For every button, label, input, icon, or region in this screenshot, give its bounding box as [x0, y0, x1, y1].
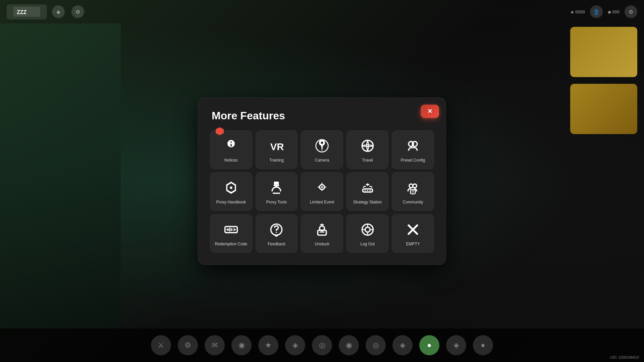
grid-item-notices[interactable]: Notices [210, 130, 252, 169]
notices-label: Notices [224, 158, 238, 163]
feedback-icon [268, 221, 285, 238]
svg-point-14 [364, 190, 366, 191]
feedback-label: Feedback [268, 242, 285, 247]
notices-icon [222, 137, 240, 155]
proxy-handbook-label: Proxy Handbook [216, 200, 246, 205]
travel-label: Travel [362, 158, 373, 163]
log-out-label: Log Out [360, 242, 375, 247]
limited-event-label: Limited Event [310, 200, 334, 205]
training-icon: VR· [268, 137, 285, 155]
camera-label: Camera [315, 158, 329, 163]
grid-item-community[interactable]: Community [392, 172, 434, 211]
svg-rect-19 [411, 190, 416, 194]
community-icon [404, 179, 422, 196]
svg-point-22 [276, 232, 277, 233]
svg-rect-7 [274, 182, 279, 185]
travel-icon [359, 137, 376, 155]
svg-point-12 [321, 186, 323, 188]
svg-point-16 [369, 190, 371, 191]
grid-item-proxy-tools[interactable]: Proxy Tools [256, 172, 298, 211]
svg-point-9 [274, 184, 276, 186]
proxy-tools-icon [268, 179, 285, 196]
strategy-station-label: Strategy Station [353, 200, 382, 205]
grid-item-travel[interactable]: Travel [346, 130, 389, 169]
grid-item-training[interactable]: VR· Training [256, 130, 298, 169]
grid-item-preset-config[interactable]: Preset Config [392, 130, 434, 169]
close-button[interactable] [421, 105, 439, 118]
training-label: Training [269, 158, 284, 163]
preset-config-label: Preset Config [401, 158, 425, 163]
more-features-modal: More Features Notices VR· Training [198, 98, 446, 265]
modal-overlay: More Features Notices VR· Training [0, 0, 644, 362]
grid-item-redemption-code[interactable]: Redemption Code [210, 214, 252, 253]
strategy-station-icon [359, 179, 376, 196]
limited-event-icon [313, 179, 331, 196]
preset-config-icon [404, 137, 422, 155]
grid-item-unstuck[interactable]: Unstuck [301, 214, 343, 253]
svg-point-26 [365, 227, 370, 232]
grid-item-log-out[interactable]: Log Out [346, 214, 389, 253]
grid-item-feedback[interactable]: Feedback [256, 214, 298, 253]
grid-item-camera[interactable]: Camera [301, 130, 343, 169]
grid-item-limited-event[interactable]: Limited Event [301, 172, 343, 211]
proxy-tools-label: Proxy Tools [266, 200, 287, 205]
grid-item-strategy-station[interactable]: Strategy Station [346, 172, 389, 211]
empty-label: EMPTY [406, 242, 420, 247]
svg-point-6 [230, 187, 232, 189]
svg-text:VR·: VR· [270, 141, 284, 152]
community-label: Community [403, 200, 423, 205]
svg-point-15 [367, 190, 368, 191]
modal-title: More Features [210, 110, 434, 122]
svg-point-18 [413, 184, 417, 188]
unstuck-label: Unstuck [315, 242, 329, 247]
redemption-code-icon [222, 221, 240, 238]
unstuck-icon [313, 221, 331, 238]
proxy-handbook-icon [222, 179, 240, 196]
empty-icon [404, 221, 422, 238]
camera-icon [313, 137, 331, 155]
grid-item-proxy-handbook[interactable]: Proxy Handbook [210, 172, 252, 211]
redemption-code-label: Redemption Code [215, 242, 247, 247]
features-grid: Notices VR· Training Camera [210, 130, 434, 253]
svg-point-10 [277, 184, 279, 186]
grid-item-empty[interactable]: EMPTY [392, 214, 434, 253]
log-out-icon [359, 221, 376, 238]
